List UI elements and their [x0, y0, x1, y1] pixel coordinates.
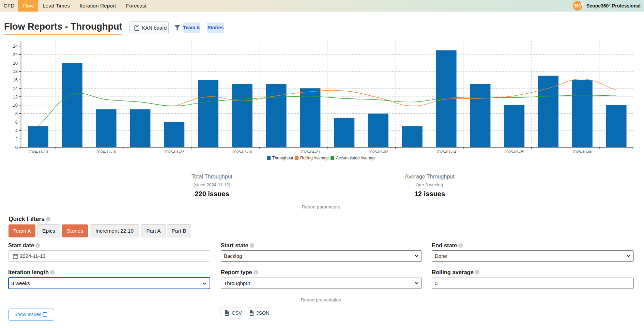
svg-text:Accumulated Average: Accumulated Average — [336, 156, 376, 160]
svg-text:6: 6 — [15, 120, 18, 125]
svg-text:2025-03-10: 2025-03-10 — [232, 150, 252, 154]
svg-text:12: 12 — [13, 94, 18, 99]
svg-text:2: 2 — [15, 136, 18, 141]
svg-text:Rolling Average: Rolling Average — [300, 156, 329, 160]
svg-text:22: 22 — [13, 52, 18, 57]
svg-text:2025-01-27: 2025-01-27 — [164, 150, 184, 154]
svg-text:0: 0 — [15, 145, 18, 150]
svg-text:18: 18 — [13, 69, 18, 74]
svg-text:24: 24 — [13, 44, 18, 49]
svg-text:10: 10 — [13, 103, 18, 108]
svg-text:2025-10-06: 2025-10-06 — [572, 150, 592, 154]
svg-text:20: 20 — [13, 61, 18, 66]
svg-text:4: 4 — [15, 128, 18, 133]
svg-text:14: 14 — [13, 86, 18, 91]
svg-text:2025-04-21: 2025-04-21 — [300, 150, 320, 154]
svg-text:16: 16 — [13, 77, 18, 82]
svg-text:8: 8 — [15, 111, 18, 116]
svg-text:Throughput: Throughput — [272, 156, 293, 160]
svg-text:2025-07-14: 2025-07-14 — [436, 150, 456, 154]
svg-text:2024-12-16: 2024-12-16 — [96, 150, 116, 154]
svg-text:2025-06-02: 2025-06-02 — [368, 150, 388, 154]
svg-text:2025-08-25: 2025-08-25 — [504, 150, 524, 154]
svg-text:2024-11-13: 2024-11-13 — [28, 150, 48, 154]
